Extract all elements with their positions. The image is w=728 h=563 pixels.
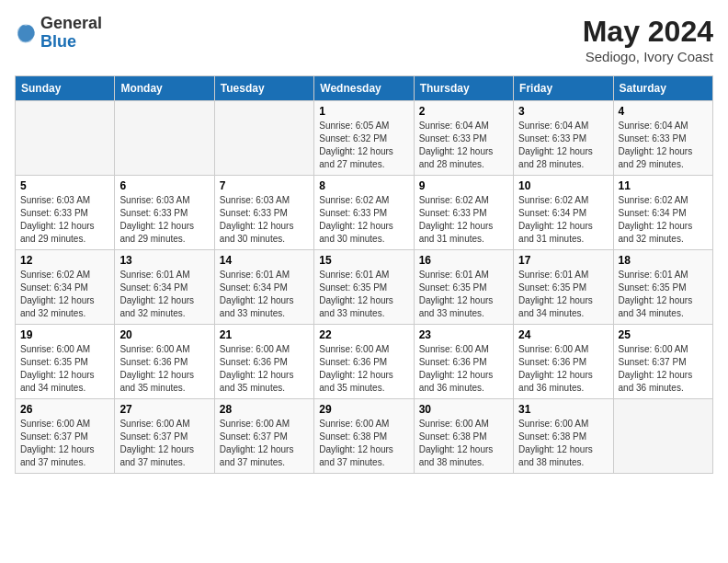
day-number: 9 <box>419 179 508 192</box>
calendar-cell: 30Sunrise: 6:00 AM Sunset: 6:38 PM Dayli… <box>414 399 513 474</box>
days-of-week-row: SundayMondayTuesdayWednesdayThursdayFrid… <box>16 76 713 101</box>
calendar-cell <box>16 101 115 176</box>
calendar-cell: 21Sunrise: 6:00 AM Sunset: 6:36 PM Dayli… <box>214 325 313 399</box>
day-number: 3 <box>518 105 608 118</box>
calendar-cell: 4Sunrise: 6:04 AM Sunset: 6:33 PM Daylig… <box>613 101 712 176</box>
week-row-5: 26Sunrise: 6:00 AM Sunset: 6:37 PM Dayli… <box>16 399 713 474</box>
day-info: Sunrise: 6:00 AM Sunset: 6:37 PM Dayligh… <box>220 418 309 469</box>
day-info: Sunrise: 6:01 AM Sunset: 6:35 PM Dayligh… <box>619 269 708 320</box>
day-of-week-wednesday: Wednesday <box>314 76 414 101</box>
day-info: Sunrise: 6:01 AM Sunset: 6:35 PM Dayligh… <box>419 269 508 320</box>
calendar-cell: 14Sunrise: 6:01 AM Sunset: 6:34 PM Dayli… <box>214 250 313 325</box>
calendar-cell: 28Sunrise: 6:00 AM Sunset: 6:37 PM Dayli… <box>214 399 313 474</box>
calendar-cell: 25Sunrise: 6:00 AM Sunset: 6:37 PM Dayli… <box>613 325 712 399</box>
day-number: 1 <box>319 105 408 118</box>
day-number: 16 <box>419 254 508 267</box>
day-number: 30 <box>419 403 508 416</box>
day-info: Sunrise: 6:02 AM Sunset: 6:33 PM Dayligh… <box>319 194 408 246</box>
calendar-cell: 18Sunrise: 6:01 AM Sunset: 6:35 PM Dayli… <box>613 250 712 325</box>
calendar-cell: 8Sunrise: 6:02 AM Sunset: 6:33 PM Daylig… <box>314 176 414 250</box>
calendar-cell: 19Sunrise: 6:00 AM Sunset: 6:35 PM Dayli… <box>16 325 115 399</box>
location-subtitle: Sediogo, Ivory Coast <box>583 49 713 64</box>
day-number: 2 <box>419 105 508 118</box>
day-info: Sunrise: 6:01 AM Sunset: 6:35 PM Dayligh… <box>518 269 608 320</box>
day-number: 19 <box>20 328 109 341</box>
week-row-2: 5Sunrise: 6:03 AM Sunset: 6:33 PM Daylig… <box>16 176 713 250</box>
calendar-cell: 12Sunrise: 6:02 AM Sunset: 6:34 PM Dayli… <box>16 250 115 325</box>
calendar-cell: 3Sunrise: 6:04 AM Sunset: 6:33 PM Daylig… <box>514 101 613 176</box>
day-info: Sunrise: 6:04 AM Sunset: 6:33 PM Dayligh… <box>419 120 508 171</box>
calendar-cell: 6Sunrise: 6:03 AM Sunset: 6:33 PM Daylig… <box>115 176 214 250</box>
day-info: Sunrise: 6:05 AM Sunset: 6:32 PM Dayligh… <box>319 120 408 171</box>
day-number: 28 <box>220 403 309 416</box>
calendar-body: 1Sunrise: 6:05 AM Sunset: 6:32 PM Daylig… <box>16 101 713 474</box>
day-info: Sunrise: 6:04 AM Sunset: 6:33 PM Dayligh… <box>619 120 708 171</box>
day-number: 7 <box>220 179 309 192</box>
page-header: General Blue May 2024 Sediogo, Ivory Coa… <box>15 15 713 64</box>
day-info: Sunrise: 6:00 AM Sunset: 6:36 PM Dayligh… <box>319 343 408 395</box>
day-number: 31 <box>518 403 608 416</box>
day-number: 21 <box>220 328 309 341</box>
day-number: 17 <box>518 254 608 267</box>
calendar-cell: 13Sunrise: 6:01 AM Sunset: 6:34 PM Dayli… <box>115 250 214 325</box>
title-block: May 2024 Sediogo, Ivory Coast <box>583 15 713 64</box>
week-row-1: 1Sunrise: 6:05 AM Sunset: 6:32 PM Daylig… <box>16 101 713 176</box>
calendar-cell: 22Sunrise: 6:00 AM Sunset: 6:36 PM Dayli… <box>314 325 414 399</box>
day-info: Sunrise: 6:01 AM Sunset: 6:35 PM Dayligh… <box>319 269 408 320</box>
logo-text: General Blue <box>40 15 102 52</box>
day-of-week-saturday: Saturday <box>613 76 712 101</box>
day-info: Sunrise: 6:02 AM Sunset: 6:34 PM Dayligh… <box>20 269 109 320</box>
day-info: Sunrise: 6:00 AM Sunset: 6:36 PM Dayligh… <box>518 343 608 395</box>
month-year-title: May 2024 <box>583 15 713 49</box>
week-row-4: 19Sunrise: 6:00 AM Sunset: 6:35 PM Dayli… <box>16 325 713 399</box>
day-number: 25 <box>619 328 708 341</box>
day-info: Sunrise: 6:00 AM Sunset: 6:38 PM Dayligh… <box>319 418 408 469</box>
day-number: 18 <box>619 254 708 267</box>
day-number: 10 <box>518 179 608 192</box>
calendar-cell <box>115 101 214 176</box>
calendar-cell: 5Sunrise: 6:03 AM Sunset: 6:33 PM Daylig… <box>16 176 115 250</box>
day-number: 13 <box>119 254 209 267</box>
calendar-cell: 15Sunrise: 6:01 AM Sunset: 6:35 PM Dayli… <box>314 250 414 325</box>
day-of-week-thursday: Thursday <box>414 76 513 101</box>
day-number: 26 <box>20 403 109 416</box>
day-of-week-monday: Monday <box>115 76 214 101</box>
calendar-table: SundayMondayTuesdayWednesdayThursdayFrid… <box>15 75 713 474</box>
day-number: 15 <box>319 254 408 267</box>
day-number: 20 <box>119 328 209 341</box>
calendar-header: SundayMondayTuesdayWednesdayThursdayFrid… <box>16 76 713 101</box>
day-info: Sunrise: 6:03 AM Sunset: 6:33 PM Dayligh… <box>220 194 309 246</box>
day-number: 5 <box>20 179 109 192</box>
day-number: 4 <box>619 105 708 118</box>
day-number: 22 <box>319 328 408 341</box>
day-number: 8 <box>319 179 408 192</box>
calendar-cell: 26Sunrise: 6:00 AM Sunset: 6:37 PM Dayli… <box>16 399 115 474</box>
calendar-cell: 29Sunrise: 6:00 AM Sunset: 6:38 PM Dayli… <box>314 399 414 474</box>
day-info: Sunrise: 6:02 AM Sunset: 6:34 PM Dayligh… <box>619 194 708 246</box>
day-number: 11 <box>619 179 708 192</box>
calendar-cell <box>214 101 313 176</box>
calendar-cell: 16Sunrise: 6:01 AM Sunset: 6:35 PM Dayli… <box>414 250 513 325</box>
day-number: 23 <box>419 328 508 341</box>
calendar-cell <box>613 399 712 474</box>
day-info: Sunrise: 6:03 AM Sunset: 6:33 PM Dayligh… <box>119 194 209 246</box>
day-of-week-friday: Friday <box>514 76 613 101</box>
day-number: 6 <box>119 179 209 192</box>
calendar-cell: 10Sunrise: 6:02 AM Sunset: 6:34 PM Dayli… <box>514 176 613 250</box>
calendar-cell: 9Sunrise: 6:02 AM Sunset: 6:33 PM Daylig… <box>414 176 513 250</box>
calendar-cell: 2Sunrise: 6:04 AM Sunset: 6:33 PM Daylig… <box>414 101 513 176</box>
day-info: Sunrise: 6:00 AM Sunset: 6:36 PM Dayligh… <box>119 343 209 395</box>
day-info: Sunrise: 6:04 AM Sunset: 6:33 PM Dayligh… <box>518 120 608 171</box>
day-info: Sunrise: 6:00 AM Sunset: 6:38 PM Dayligh… <box>518 418 608 469</box>
calendar-cell: 11Sunrise: 6:02 AM Sunset: 6:34 PM Dayli… <box>613 176 712 250</box>
calendar-cell: 17Sunrise: 6:01 AM Sunset: 6:35 PM Dayli… <box>514 250 613 325</box>
calendar-cell: 31Sunrise: 6:00 AM Sunset: 6:38 PM Dayli… <box>514 399 613 474</box>
calendar-cell: 23Sunrise: 6:00 AM Sunset: 6:36 PM Dayli… <box>414 325 513 399</box>
day-info: Sunrise: 6:01 AM Sunset: 6:34 PM Dayligh… <box>220 269 309 320</box>
day-info: Sunrise: 6:01 AM Sunset: 6:34 PM Dayligh… <box>119 269 209 320</box>
day-of-week-tuesday: Tuesday <box>214 76 313 101</box>
day-number: 12 <box>20 254 109 267</box>
day-number: 29 <box>319 403 408 416</box>
logo: General Blue <box>15 15 102 52</box>
day-info: Sunrise: 6:00 AM Sunset: 6:35 PM Dayligh… <box>20 343 109 395</box>
